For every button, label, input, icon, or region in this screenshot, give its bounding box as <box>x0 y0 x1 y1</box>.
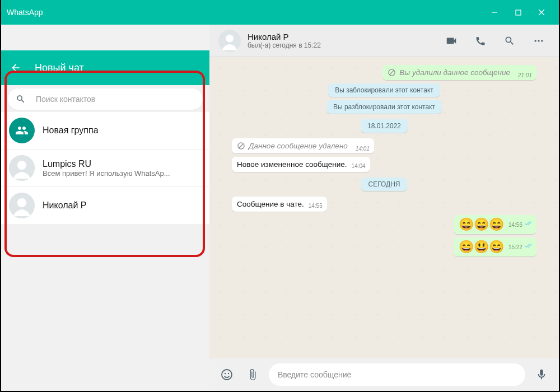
app-window: WhatsApp Новый чат <box>0 0 560 392</box>
titlebar: WhatsApp <box>1 0 559 25</box>
system-message: Вы заблокировали этот контакт <box>328 83 440 97</box>
message-time: 14:56 <box>508 221 532 228</box>
read-checks-icon <box>524 244 532 249</box>
emoji-button[interactable] <box>217 365 236 384</box>
chat-contact-status: был(-а) сегодня в 15:22 <box>248 41 433 49</box>
read-checks-icon <box>524 221 532 227</box>
attach-button[interactable] <box>243 365 262 384</box>
contact-name: Николай Р <box>43 200 202 211</box>
chat-header: Николай Р был(-а) сегодня в 15:22 <box>209 25 559 57</box>
message-input[interactable] <box>278 370 516 379</box>
app-title: WhatsApp <box>7 8 43 17</box>
svg-point-17 <box>222 370 232 380</box>
svg-point-9 <box>226 34 234 42</box>
contact-row[interactable]: Lumpics RU Всем привет! Я использую What… <box>1 150 209 187</box>
avatar-icon <box>9 155 35 181</box>
avatar-icon <box>9 193 35 218</box>
blocked-icon <box>237 142 245 150</box>
svg-line-14 <box>390 71 394 75</box>
voice-call-button[interactable] <box>469 30 492 52</box>
message-time: 14:55 <box>309 203 323 209</box>
new-group-label: Новая группа <box>43 125 202 136</box>
svg-rect-1 <box>516 10 521 15</box>
contact-row[interactable]: Николай Р <box>1 187 209 224</box>
search-bar[interactable] <box>8 88 203 110</box>
search-icon <box>16 94 26 104</box>
date-divider: СЕГОДНЯ <box>361 178 407 191</box>
message-input-wrapper[interactable] <box>269 363 525 386</box>
mic-button[interactable] <box>532 365 551 384</box>
date-divider: 18.01.2022 <box>361 119 408 133</box>
group-icon <box>9 118 35 143</box>
sidebar: Новый чат Новая группа <box>1 25 209 391</box>
chat-header-info[interactable]: Николай Р был(-а) сегодня в 15:22 <box>248 32 433 49</box>
message-deleted-out[interactable]: Вы удалили данное сообщение 21:01 <box>382 65 536 80</box>
video-call-button[interactable] <box>440 30 463 52</box>
message-input-bar <box>209 358 559 391</box>
chat-menu-button[interactable] <box>528 30 550 52</box>
message-time: 21:01 <box>518 72 532 78</box>
newchat-header: Новый чат <box>1 50 209 85</box>
chat-avatar-icon[interactable] <box>218 30 241 52</box>
message-list: Вы удалили данное сообщение 21:01 Вы заб… <box>209 57 559 358</box>
search-input[interactable] <box>36 95 195 104</box>
system-message: Вы разблокировали этот контакт <box>326 100 442 114</box>
svg-point-12 <box>541 40 543 41</box>
minimize-button[interactable] <box>483 4 506 21</box>
newchat-title: Новый чат <box>35 62 84 74</box>
message-time: 14:04 <box>352 163 366 169</box>
svg-point-18 <box>225 373 226 374</box>
message-time: 14:01 <box>356 146 370 152</box>
chat-pane: Николай Р был(-а) сегодня в 15:22 <box>209 25 559 391</box>
back-button[interactable] <box>9 61 22 74</box>
search-in-chat-button[interactable] <box>498 30 521 52</box>
svg-point-10 <box>535 40 536 41</box>
chat-contact-name: Николай Р <box>248 32 433 41</box>
message-in[interactable]: Сообщение в чате. 14:55 <box>232 197 327 212</box>
blocked-icon <box>388 68 396 77</box>
svg-point-11 <box>538 40 539 41</box>
contact-list: Новая группа Lumpics RU Всем привет! Я и… <box>1 112 209 224</box>
contact-status: Всем привет! Я использую WhatsAp... <box>43 169 202 178</box>
message-time: 15:22 <box>508 244 532 250</box>
message-deleted-in[interactable]: Данное сообщение удалено 14:01 <box>232 138 374 153</box>
message-in[interactable]: Новое измененное сообщение. 14:04 <box>232 157 370 172</box>
svg-line-16 <box>239 144 244 148</box>
maximize-button[interactable] <box>506 4 530 21</box>
new-group-row[interactable]: Новая группа <box>1 112 209 150</box>
message-out[interactable]: 😄😃😄 15:22 <box>454 237 536 256</box>
contact-name: Lumpics RU <box>43 159 202 169</box>
svg-point-19 <box>228 373 229 374</box>
close-button[interactable] <box>530 4 553 21</box>
svg-point-7 <box>17 198 26 207</box>
svg-point-5 <box>17 161 26 170</box>
message-out[interactable]: 😄😄😄 14:56 <box>454 215 536 234</box>
